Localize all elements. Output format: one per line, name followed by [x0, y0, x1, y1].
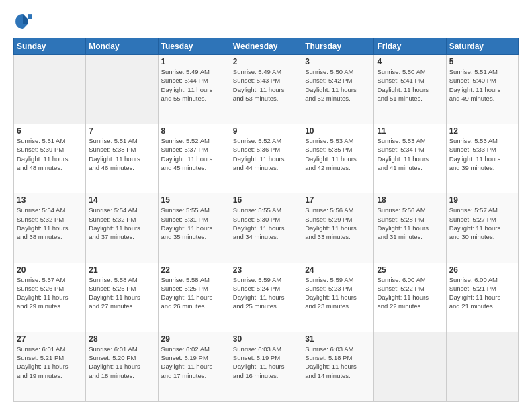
- day-info: Sunrise: 5:55 AM Sunset: 5:31 PM Dayligh…: [161, 205, 227, 241]
- day-info: Sunrise: 5:49 AM Sunset: 5:44 PM Dayligh…: [161, 67, 227, 103]
- weekday-saturday: Saturday: [446, 38, 518, 55]
- day-info: Sunrise: 6:00 AM Sunset: 5:22 PM Dayligh…: [377, 275, 443, 311]
- day-number: 23: [233, 265, 299, 275]
- day-info: Sunrise: 5:57 AM Sunset: 5:26 PM Dayligh…: [17, 275, 83, 311]
- calendar-cell: 19Sunrise: 5:57 AM Sunset: 5:27 PM Dayli…: [446, 193, 518, 263]
- calendar-cell: 31Sunrise: 6:03 AM Sunset: 5:18 PM Dayli…: [302, 332, 374, 401]
- day-number: 13: [17, 195, 83, 205]
- calendar-cell: 15Sunrise: 5:55 AM Sunset: 5:31 PM Dayli…: [158, 193, 230, 263]
- calendar-cell: 1Sunrise: 5:49 AM Sunset: 5:44 PM Daylig…: [158, 55, 230, 124]
- day-info: Sunrise: 5:58 AM Sunset: 5:25 PM Dayligh…: [161, 275, 227, 311]
- calendar-cell: [446, 332, 518, 401]
- day-info: Sunrise: 5:58 AM Sunset: 5:25 PM Dayligh…: [89, 275, 154, 311]
- day-info: Sunrise: 5:56 AM Sunset: 5:28 PM Dayligh…: [377, 205, 443, 241]
- calendar-cell: 22Sunrise: 5:58 AM Sunset: 5:25 PM Dayli…: [158, 263, 230, 332]
- day-number: 25: [377, 265, 443, 275]
- day-number: 19: [449, 195, 515, 205]
- calendar-cell: 12Sunrise: 5:53 AM Sunset: 5:33 PM Dayli…: [446, 124, 518, 193]
- calendar-table: SundayMondayTuesdayWednesdayThursdayFrid…: [13, 38, 519, 402]
- day-number: 4: [377, 57, 443, 66]
- page: SundayMondayTuesdayWednesdayThursdayFrid…: [0, 0, 532, 411]
- calendar-cell: 7Sunrise: 5:51 AM Sunset: 5:38 PM Daylig…: [86, 124, 158, 193]
- day-info: Sunrise: 6:03 AM Sunset: 5:19 PM Dayligh…: [233, 345, 299, 380]
- day-number: 12: [449, 126, 515, 136]
- day-info: Sunrise: 6:01 AM Sunset: 5:21 PM Dayligh…: [17, 345, 83, 380]
- calendar-cell: 13Sunrise: 5:54 AM Sunset: 5:32 PM Dayli…: [14, 193, 86, 263]
- day-info: Sunrise: 6:00 AM Sunset: 5:21 PM Dayligh…: [449, 275, 515, 311]
- calendar-cell: 27Sunrise: 6:01 AM Sunset: 5:21 PM Dayli…: [14, 332, 86, 401]
- day-number: 18: [377, 195, 443, 205]
- day-number: 27: [17, 334, 83, 344]
- day-number: 9: [233, 126, 299, 136]
- calendar-cell: 16Sunrise: 5:55 AM Sunset: 5:30 PM Dayli…: [230, 193, 302, 263]
- day-number: 29: [161, 334, 227, 344]
- calendar-cell: 10Sunrise: 5:53 AM Sunset: 5:35 PM Dayli…: [302, 124, 374, 193]
- day-number: 5: [449, 57, 515, 66]
- calendar-cell: [374, 332, 446, 401]
- calendar-cell: 6Sunrise: 5:51 AM Sunset: 5:39 PM Daylig…: [14, 124, 86, 193]
- day-info: Sunrise: 6:02 AM Sunset: 5:19 PM Dayligh…: [161, 345, 227, 380]
- day-number: 10: [305, 126, 371, 136]
- calendar-cell: 25Sunrise: 6:00 AM Sunset: 5:22 PM Dayli…: [374, 263, 446, 332]
- calendar-cell: 2Sunrise: 5:49 AM Sunset: 5:43 PM Daylig…: [230, 55, 302, 124]
- day-info: Sunrise: 6:01 AM Sunset: 5:20 PM Dayligh…: [89, 345, 154, 380]
- weekday-sunday: Sunday: [14, 38, 86, 55]
- day-number: 6: [17, 126, 83, 136]
- day-number: 26: [449, 265, 515, 275]
- logo: [13, 12, 36, 31]
- day-info: Sunrise: 5:56 AM Sunset: 5:29 PM Dayligh…: [305, 205, 371, 241]
- week-row-3: 13Sunrise: 5:54 AM Sunset: 5:32 PM Dayli…: [14, 193, 519, 263]
- day-info: Sunrise: 5:53 AM Sunset: 5:33 PM Dayligh…: [449, 136, 515, 172]
- week-row-4: 20Sunrise: 5:57 AM Sunset: 5:26 PM Dayli…: [14, 263, 519, 332]
- calendar-cell: 4Sunrise: 5:50 AM Sunset: 5:41 PM Daylig…: [374, 55, 446, 124]
- weekday-header-row: SundayMondayTuesdayWednesdayThursdayFrid…: [14, 38, 519, 55]
- day-number: 20: [17, 265, 83, 275]
- day-info: Sunrise: 5:51 AM Sunset: 5:39 PM Dayligh…: [17, 136, 83, 172]
- day-number: 15: [161, 195, 227, 205]
- calendar-cell: 24Sunrise: 5:59 AM Sunset: 5:23 PM Dayli…: [302, 263, 374, 332]
- calendar-cell: 11Sunrise: 5:53 AM Sunset: 5:34 PM Dayli…: [374, 124, 446, 193]
- day-number: 3: [305, 57, 371, 66]
- day-info: Sunrise: 5:57 AM Sunset: 5:27 PM Dayligh…: [449, 205, 515, 241]
- day-info: Sunrise: 6:03 AM Sunset: 5:18 PM Dayligh…: [305, 345, 371, 380]
- day-number: 30: [233, 334, 299, 344]
- calendar-cell: 9Sunrise: 5:52 AM Sunset: 5:36 PM Daylig…: [230, 124, 302, 193]
- day-number: 17: [305, 195, 371, 205]
- day-number: 7: [89, 126, 154, 136]
- day-number: 2: [233, 57, 299, 66]
- logo-icon: [13, 12, 32, 31]
- week-row-5: 27Sunrise: 6:01 AM Sunset: 5:21 PM Dayli…: [14, 332, 519, 401]
- day-info: Sunrise: 5:49 AM Sunset: 5:43 PM Dayligh…: [233, 67, 299, 103]
- day-number: 1: [161, 57, 227, 66]
- weekday-friday: Friday: [374, 38, 446, 55]
- day-info: Sunrise: 5:59 AM Sunset: 5:24 PM Dayligh…: [233, 275, 299, 311]
- day-info: Sunrise: 5:59 AM Sunset: 5:23 PM Dayligh…: [305, 275, 371, 311]
- calendar-cell: 8Sunrise: 5:52 AM Sunset: 5:37 PM Daylig…: [158, 124, 230, 193]
- calendar-cell: 14Sunrise: 5:54 AM Sunset: 5:32 PM Dayli…: [86, 193, 158, 263]
- week-row-1: 1Sunrise: 5:49 AM Sunset: 5:44 PM Daylig…: [14, 55, 519, 124]
- calendar-cell: [86, 55, 158, 124]
- day-info: Sunrise: 5:51 AM Sunset: 5:38 PM Dayligh…: [89, 136, 154, 172]
- weekday-wednesday: Wednesday: [230, 38, 302, 55]
- day-number: 11: [377, 126, 443, 136]
- calendar-cell: 18Sunrise: 5:56 AM Sunset: 5:28 PM Dayli…: [374, 193, 446, 263]
- day-number: 14: [89, 195, 154, 205]
- day-number: 31: [305, 334, 371, 344]
- day-number: 22: [161, 265, 227, 275]
- day-info: Sunrise: 5:55 AM Sunset: 5:30 PM Dayligh…: [233, 205, 299, 241]
- calendar-cell: 26Sunrise: 6:00 AM Sunset: 5:21 PM Dayli…: [446, 263, 518, 332]
- calendar-cell: 30Sunrise: 6:03 AM Sunset: 5:19 PM Dayli…: [230, 332, 302, 401]
- weekday-monday: Monday: [86, 38, 158, 55]
- calendar-cell: 5Sunrise: 5:51 AM Sunset: 5:40 PM Daylig…: [446, 55, 518, 124]
- day-info: Sunrise: 5:53 AM Sunset: 5:35 PM Dayligh…: [305, 136, 371, 172]
- day-info: Sunrise: 5:54 AM Sunset: 5:32 PM Dayligh…: [89, 205, 154, 241]
- calendar-cell: 20Sunrise: 5:57 AM Sunset: 5:26 PM Dayli…: [14, 263, 86, 332]
- day-info: Sunrise: 5:52 AM Sunset: 5:36 PM Dayligh…: [233, 136, 299, 172]
- calendar-cell: 17Sunrise: 5:56 AM Sunset: 5:29 PM Dayli…: [302, 193, 374, 263]
- calendar-cell: 23Sunrise: 5:59 AM Sunset: 5:24 PM Dayli…: [230, 263, 302, 332]
- day-number: 24: [305, 265, 371, 275]
- calendar-cell: [14, 55, 86, 124]
- day-info: Sunrise: 5:52 AM Sunset: 5:37 PM Dayligh…: [161, 136, 227, 172]
- day-number: 8: [161, 126, 227, 136]
- day-info: Sunrise: 5:51 AM Sunset: 5:40 PM Dayligh…: [449, 67, 515, 103]
